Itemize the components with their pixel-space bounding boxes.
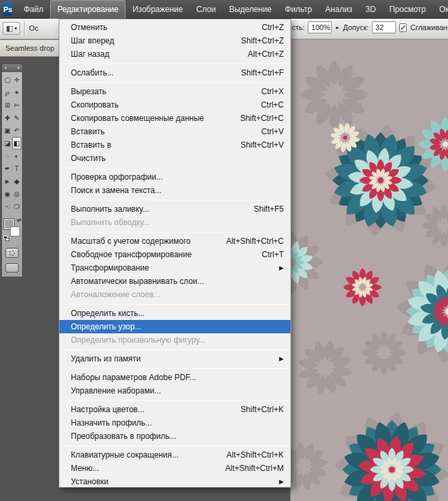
menu-item-label: Определить узор... <box>71 322 142 331</box>
tolerance-input[interactable]: 32 <box>372 21 396 33</box>
paint-bucket-icon: ◧ <box>6 24 13 33</box>
menu-shortcut: Shift+F5 <box>254 204 284 214</box>
opacity-value[interactable]: 100% <box>308 21 332 33</box>
tool-crop[interactable]: ⊞ <box>3 99 12 112</box>
screen-mode-button[interactable] <box>5 263 19 273</box>
default-colors-icon[interactable] <box>3 236 10 241</box>
menu-item-menus[interactable]: Меню... Alt+Shift+Ctrl+M <box>59 462 290 475</box>
photoshop-logo-icon[interactable]: Ps <box>3 2 12 16</box>
menu-item-find-and-replace-text[interactable]: Поиск и замена текста... <box>59 184 290 197</box>
menu-item-paste-into[interactable]: Вставить в Shift+Ctrl+V <box>59 138 290 152</box>
opacity-label-fragment: сть: <box>292 23 304 31</box>
menu-item-label: Выполнить обводку... <box>71 218 150 227</box>
menu-shortcut: Shift+Ctrl+V <box>240 140 284 150</box>
menubar-item-edit[interactable]: Редактирование <box>50 0 126 19</box>
tool-pen[interactable]: ✒ <box>3 162 12 175</box>
swap-colors-icon[interactable]: ⇄ <box>17 217 21 223</box>
menubar-item-analysis[interactable]: Анализ <box>318 0 359 19</box>
menu-item-auto-align-layers[interactable]: Автоматически выравнивать слои... <box>59 275 290 288</box>
menu-item-define-pattern[interactable]: Определить узор... <box>59 320 290 333</box>
menu-item-convert-to-profile[interactable]: Преобразовать в профиль... <box>59 430 290 443</box>
document-tab[interactable]: Seamless drop <box>0 39 59 57</box>
menubar-item-view[interactable]: Просмотр <box>383 0 433 19</box>
menu-item-keyboard-shortcuts[interactable]: Клавиатурные сокращения... Alt+Shift+Ctr… <box>59 448 290 462</box>
menu-item-label: Удалить из памяти <box>71 354 141 363</box>
menu-item-fade[interactable]: Ослабить... Shift+Ctrl+F <box>59 66 290 79</box>
tool-custom-shape[interactable]: ◆ <box>12 175 21 188</box>
menu-separator <box>59 165 290 170</box>
tool-clone-stamp[interactable]: ▣ <box>3 124 12 137</box>
menu-item-define-brush[interactable]: Определить кисть... <box>59 307 290 320</box>
menu-item-preferences[interactable]: Установки ▶ <box>59 475 290 488</box>
menu-shortcut: Alt+Shift+Ctrl+K <box>226 450 284 460</box>
menu-item-clear[interactable]: Очистить <box>59 152 290 165</box>
tool-3d-orbit[interactable]: ◎ <box>12 188 21 200</box>
menu-item-transform[interactable]: Трансформирование ▶ <box>59 261 290 275</box>
menu-item-purge[interactable]: Удалить из памяти ▶ <box>59 352 290 365</box>
tool-eraser[interactable]: ◪ <box>3 137 12 150</box>
menu-item-content-aware-scale[interactable]: Масштаб с учетом содержимого Alt+Shift+C… <box>59 234 290 248</box>
panel-collapse-icon[interactable]: » <box>17 65 20 71</box>
menu-item-check-spelling[interactable]: Проверка орфографии... <box>59 170 290 184</box>
edit-menu-panel: Отменить Ctrl+Z Шаг вперед Shift+Ctrl+Z … <box>59 19 291 488</box>
menu-item-undo[interactable]: Отменить Ctrl+Z <box>59 21 290 34</box>
menu-item-cut[interactable]: Вырезать Ctrl+X <box>59 85 290 98</box>
tool-preset-picker[interactable]: ◧ ▾ <box>3 22 20 35</box>
tool-3d-rotate[interactable]: ◉ <box>3 188 12 200</box>
panel-close-icon[interactable]: × <box>4 65 7 71</box>
menu-shortcut: Alt+Shift+Ctrl+M <box>225 464 284 473</box>
menubar: Ps Файл Редактирование Изображение Слои … <box>0 0 448 19</box>
tool-brush[interactable]: ✎ <box>12 112 21 124</box>
quick-mask-button[interactable] <box>5 248 19 258</box>
menu-item-label: Вставить в <box>71 140 111 150</box>
menu-item-adobe-pdf-presets[interactable]: Наборы параметров Adobe PDF... <box>59 371 290 384</box>
antialias-checkbox[interactable]: ✓ <box>399 23 407 32</box>
opacity-slider-arrow-icon[interactable]: ▸ <box>335 24 340 31</box>
menu-item-fill[interactable]: Выполнить заливку... Shift+F5 <box>59 202 290 216</box>
menubar-item-image[interactable]: Изображение <box>126 0 190 19</box>
tool-history-brush[interactable]: ↶ <box>12 124 21 137</box>
menu-item-auto-blend-layers: Автоналожение слоев... <box>59 288 290 301</box>
tool-magic-wand[interactable]: ✶ <box>12 86 21 99</box>
tool-paint-bucket[interactable]: ◧ <box>12 137 21 150</box>
menubar-item-filter[interactable]: Фильтр <box>278 0 318 19</box>
menubar-item-file[interactable]: Файл <box>17 0 50 19</box>
menu-item-free-transform[interactable]: Свободное трансформирование Ctrl+T <box>59 248 290 261</box>
menu-shortcut: Shift+Ctrl+K <box>240 405 284 414</box>
background-color-swatch[interactable] <box>10 226 20 236</box>
tool-lasso[interactable]: ℘ <box>3 86 12 99</box>
tool-slice[interactable]: ✄ <box>12 99 21 112</box>
toolbox-header: × » <box>2 64 22 72</box>
menubar-item-select[interactable]: Выделение <box>222 0 278 19</box>
menu-item-step-forward[interactable]: Шаг вперед Shift+Ctrl+Z <box>59 34 290 47</box>
tool-move[interactable]: ✛ <box>12 73 21 86</box>
menu-item-step-backward[interactable]: Шаг назад Alt+Ctrl+Z <box>59 47 290 61</box>
menu-item-label: Клавиатурные сокращения... <box>71 450 178 460</box>
menubar-item-layers[interactable]: Слои <box>190 0 222 19</box>
document-canvas[interactable] <box>290 39 448 501</box>
tool-rectangular-marquee[interactable]: ▢ <box>3 73 12 86</box>
menu-separator <box>59 229 290 234</box>
menu-separator <box>59 301 290 307</box>
tool-dodge[interactable]: ◐ <box>12 150 21 162</box>
tool-path-selection[interactable]: ► <box>3 175 12 188</box>
menubar-item-window[interactable]: Окно <box>433 0 448 19</box>
menu-item-preset-manager[interactable]: Управление наборами... <box>59 384 290 397</box>
tool-blur[interactable]: ◌ <box>3 150 12 162</box>
menu-item-assign-profile[interactable]: Назначить профиль... <box>59 416 290 430</box>
menu-item-label: Настройка цветов... <box>71 405 144 414</box>
menu-item-color-settings[interactable]: Настройка цветов... Shift+Ctrl+K <box>59 403 290 416</box>
menu-item-paste[interactable]: Вставить Ctrl+V <box>59 125 290 138</box>
tool-grid: ▢ ✛ ℘ ✶ ⊞ ✄ ✚ ✎ ▣ ↶ ◪ ◧ ◌ ◐ ✒ T ► ◆ ◉ ◎ … <box>2 72 22 214</box>
menubar-item-3d[interactable]: 3D <box>359 0 383 19</box>
tool-hand[interactable]: ☜ <box>3 200 12 213</box>
options-left-group: ◧ ▾ Ос <box>3 21 38 35</box>
toolbox-panel: × » ▢ ✛ ℘ ✶ ⊞ ✄ ✚ ✎ ▣ ↶ ◪ ◧ ◌ ◐ ✒ T ► ◆ … <box>1 63 23 277</box>
menu-item-copy-merged[interactable]: Скопировать совмещенные данные Shift+Ctr… <box>59 112 290 125</box>
tool-type[interactable]: T <box>12 162 21 175</box>
options-right-group: сть: 100% ▸ Допуск: 32 ✓ Сглаживание <box>292 21 448 33</box>
tool-zoom[interactable]: ❍ <box>12 200 21 213</box>
menu-item-copy[interactable]: Скопировать Ctrl+C <box>59 98 290 112</box>
menu-item-label: Скопировать <box>71 100 119 110</box>
tool-healing-brush[interactable]: ✚ <box>3 112 12 124</box>
